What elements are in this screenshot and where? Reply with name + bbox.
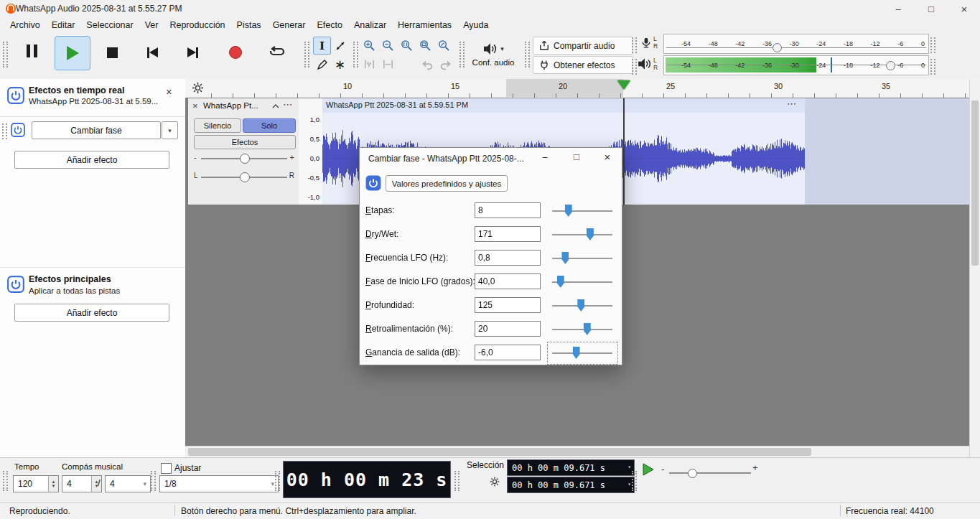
time-signature-lower[interactable]: 4 ▾ xyxy=(105,475,151,492)
tools-toolbar-grip[interactable] xyxy=(304,42,309,67)
time-display[interactable]: 00 h 00 m 23 s xyxy=(283,461,451,498)
mute-button[interactable]: Silencio xyxy=(194,118,241,133)
track-menu-icon[interactable]: ⋯ xyxy=(283,99,292,110)
track-effects-button[interactable]: Efectos xyxy=(194,135,296,149)
recording-meter-end-grip[interactable] xyxy=(930,37,935,53)
close-button[interactable]: × xyxy=(948,0,980,17)
menu-analizar[interactable]: Analizar xyxy=(348,18,392,32)
lfo-freq-input[interactable] xyxy=(475,250,541,266)
stages-input[interactable] xyxy=(475,202,541,218)
menu-pistas[interactable]: Pistas xyxy=(231,18,267,32)
multi-tool-button[interactable]: ∗ xyxy=(331,55,349,73)
minimize-button[interactable]: – xyxy=(882,0,914,17)
clip-title-bar[interactable]: WhatsApp Ptt 2025-08-31 at 5.59.51 PM ⋯ xyxy=(322,98,805,113)
effect-power-icon[interactable] xyxy=(11,123,25,137)
lfo-freq-slider[interactable] xyxy=(552,250,612,267)
pan-slider-thumb[interactable] xyxy=(240,172,250,182)
pause-button[interactable] xyxy=(14,36,49,69)
slider-thumb[interactable] xyxy=(584,323,591,335)
depth-input[interactable] xyxy=(475,297,541,313)
menu-seleccionar[interactable]: Seleccionar xyxy=(80,18,139,32)
selection-options-gear-icon[interactable] xyxy=(489,476,500,487)
tempo-input[interactable]: 120 ▲▼ xyxy=(13,475,59,492)
slider-thumb[interactable] xyxy=(577,299,584,312)
playback-meter-grip[interactable] xyxy=(632,59,637,75)
undo-button[interactable] xyxy=(418,55,436,73)
redo-button[interactable] xyxy=(437,55,454,73)
time-signature-upper[interactable]: 4 ▲▼ xyxy=(62,475,102,492)
dialog-titlebar[interactable]: Cambiar fase - WhatsApp Ptt 2025-08-... … xyxy=(360,148,622,169)
tempo-spinner[interactable]: ▲▼ xyxy=(48,476,58,492)
envelope-tool-button[interactable] xyxy=(331,37,349,55)
skip-to-start-button[interactable] xyxy=(135,36,169,69)
selection-tool-button[interactable]: I xyxy=(313,37,331,55)
output-gain-input[interactable] xyxy=(475,345,541,360)
selection-beyond-clip[interactable] xyxy=(805,98,969,205)
skip-to-end-button[interactable] xyxy=(175,36,210,69)
timeline-ruler[interactable]: 101520253035 xyxy=(185,79,980,98)
slider-thumb[interactable] xyxy=(557,276,564,288)
speed-slider-thumb[interactable] xyxy=(688,469,697,478)
track-collapse-chevron-icon[interactable] xyxy=(272,104,279,108)
maximize-button[interactable]: □ xyxy=(915,0,947,17)
output-gain-slider[interactable] xyxy=(552,345,612,362)
audio-setup-button[interactable]: ▾ Conf. audio xyxy=(467,35,520,74)
play-at-speed-grip[interactable] xyxy=(632,471,637,491)
vertical-scrollbar-thumb[interactable] xyxy=(971,100,979,266)
solo-button[interactable]: Solo xyxy=(243,118,296,133)
effect-options-button[interactable]: ▾ xyxy=(162,121,178,139)
record-button[interactable] xyxy=(218,36,253,69)
fit-selection-button[interactable] xyxy=(398,37,416,55)
selection-end-field[interactable]: 00 h 00 m 09.671 s ▾ xyxy=(507,477,635,493)
horizontal-scrollbar-thumb[interactable] xyxy=(188,448,811,456)
fit-project-button[interactable] xyxy=(416,37,434,55)
lfo-phase-input[interactable] xyxy=(475,273,541,289)
slider-thumb[interactable] xyxy=(573,347,580,359)
track-vertical-ruler[interactable]: 1,0 0,5 0,0 -0,5 -1,0 xyxy=(299,98,323,205)
playback-meter-end-grip[interactable] xyxy=(930,59,935,75)
lfo-phase-slider[interactable] xyxy=(552,273,612,291)
slider-thumb[interactable] xyxy=(561,252,569,264)
menu-efecto[interactable]: Efecto xyxy=(311,18,347,32)
dialog-power-icon[interactable] xyxy=(365,175,381,191)
zoom-out-button[interactable] xyxy=(379,37,397,55)
share-audio-button[interactable]: Compartir audio xyxy=(533,37,633,55)
panel-close-icon[interactable]: × xyxy=(166,85,172,98)
get-effects-button[interactable]: Obtener efectos xyxy=(533,56,633,74)
dialog-maximize-button[interactable]: □ xyxy=(566,151,587,162)
master-add-effect-button[interactable]: Añadir efecto xyxy=(14,304,169,322)
playhead-marker[interactable] xyxy=(617,80,630,90)
menu-herramientas[interactable]: Herramientas xyxy=(392,18,457,32)
track-close-icon[interactable]: × xyxy=(192,100,198,111)
recording-meter[interactable]: -54-48-42-36-30-24-18-12-60 xyxy=(663,34,929,54)
selection-start-field[interactable]: 00 h 00 m 09.671 s ▾ xyxy=(507,459,635,476)
feedback-input[interactable] xyxy=(475,321,541,337)
zoom-toggle-button[interactable] xyxy=(435,37,453,55)
add-effect-button[interactable]: Añadir efecto xyxy=(14,151,169,169)
gain-slider[interactable]: - + xyxy=(194,151,294,166)
menu-ver[interactable]: Ver xyxy=(139,18,164,32)
snap-toolbar-grip[interactable] xyxy=(151,471,156,491)
time-toolbar-grip[interactable] xyxy=(3,471,8,491)
playback-meter[interactable]: -54-48-42-36-30-24-18-12-60 xyxy=(663,55,929,75)
slider-thumb[interactable] xyxy=(587,228,594,240)
trim-audio-button[interactable] xyxy=(360,55,378,73)
play-button[interactable] xyxy=(55,36,90,70)
share-toolbar-grip[interactable] xyxy=(525,42,530,67)
clip-menu-icon[interactable]: ⋯ xyxy=(787,98,796,109)
drywet-slider[interactable] xyxy=(552,226,612,243)
menu-editar[interactable]: Editar xyxy=(46,18,81,32)
stages-slider[interactable] xyxy=(552,202,612,220)
slider-thumb[interactable] xyxy=(565,205,572,217)
audio-setup-toolbar-grip[interactable] xyxy=(459,42,465,67)
track-name[interactable]: WhatsApp Pt... xyxy=(203,101,269,110)
play-at-speed-button[interactable] xyxy=(638,460,658,479)
drywet-input[interactable] xyxy=(475,226,541,242)
transport-toolbar-grip[interactable] xyxy=(3,42,8,67)
stop-button[interactable] xyxy=(95,36,129,69)
recording-meter-grip[interactable] xyxy=(632,37,637,53)
dialog-minimize-button[interactable]: – xyxy=(534,151,556,162)
menu-generar[interactable]: Generar xyxy=(267,18,312,32)
vertical-scrollbar[interactable] xyxy=(969,79,980,457)
effect-row-grip[interactable] xyxy=(2,123,7,139)
